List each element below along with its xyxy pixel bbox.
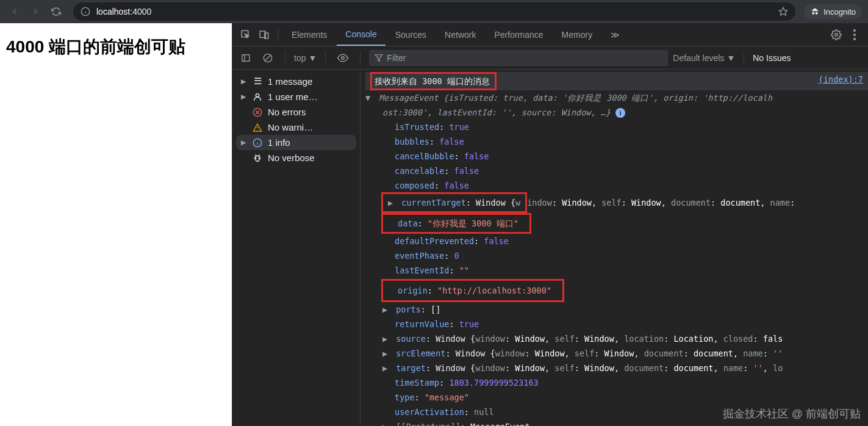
svg-marker-3 — [780, 7, 787, 15]
clear-console-icon[interactable] — [259, 49, 276, 67]
sidebar-item-messages[interactable]: ▶☰1 message — [232, 73, 360, 89]
sidebar-item-info[interactable]: ▶1 info — [236, 135, 356, 150]
filter-placeholder: Filter — [387, 53, 406, 63]
console-output: 接收到来自 3000 端口的消息 (index):7 ▼ MessageEven… — [360, 70, 868, 426]
inspect-icon[interactable] — [237, 26, 254, 43]
chevron-down-icon: ▼ — [308, 53, 317, 63]
context-selector[interactable]: top ▼ — [294, 53, 317, 63]
svg-point-10 — [853, 38, 856, 40]
live-expression-icon[interactable] — [334, 49, 351, 67]
svg-point-8 — [853, 29, 856, 32]
forward-button[interactable] — [27, 3, 44, 20]
tab-sources[interactable]: Sources — [387, 23, 435, 46]
svg-point-15 — [342, 56, 345, 59]
filter-input[interactable]: Filter — [369, 50, 668, 66]
chevron-down-icon: ▼ — [726, 53, 735, 63]
info-icon — [252, 138, 263, 148]
console-sidebar: ▶☰1 message ▶1 user me… No errors No war… — [232, 70, 360, 426]
devtools-panel: Elements Console Sources Network Perform… — [232, 23, 868, 426]
svg-line-14 — [265, 55, 270, 60]
sidebar-item-warnings[interactable]: No warni… — [232, 120, 360, 135]
svg-point-17 — [256, 93, 259, 96]
watermark: 掘金技术社区 @ 前端创可贴 — [723, 406, 861, 421]
svg-marker-16 — [375, 54, 382, 61]
error-icon — [252, 107, 263, 117]
reload-button[interactable] — [48, 3, 65, 20]
sidebar-toggle-icon[interactable] — [237, 49, 254, 67]
svg-rect-26 — [256, 156, 259, 161]
log-levels-selector[interactable]: Default levels ▼ — [673, 53, 735, 63]
source-link[interactable]: (index):7 — [819, 72, 863, 90]
svg-point-9 — [853, 34, 856, 36]
console-message-header[interactable]: 接收到来自 3000 端口的消息 (index):7 — [365, 72, 868, 90]
settings-icon[interactable] — [828, 26, 845, 43]
devtools-tabs: Elements Console Sources Network Perform… — [232, 23, 868, 46]
message-title: 接收到来自 3000 端口的消息 — [370, 72, 497, 90]
tab-more[interactable]: ≫ — [602, 23, 628, 46]
tab-memory[interactable]: Memory — [553, 23, 601, 46]
svg-point-7 — [835, 33, 838, 36]
back-button[interactable] — [6, 3, 23, 20]
console-toolbar: top ▼ Filter Default levels ▼ No Issues — [232, 46, 868, 70]
sidebar-item-errors[interactable]: No errors — [232, 104, 360, 120]
kebab-icon[interactable] — [846, 26, 863, 43]
page-viewport: 4000 端口的前端创可贴 — [0, 23, 232, 426]
svg-rect-11 — [242, 54, 249, 61]
issues-counter[interactable]: No Issues — [753, 53, 791, 63]
tab-console[interactable]: Console — [337, 23, 385, 46]
bookmark-star-icon[interactable] — [778, 7, 788, 16]
browser-toolbar: localhost:4000 Incognito — [0, 0, 868, 23]
tab-elements[interactable]: Elements — [283, 23, 335, 46]
tab-performance[interactable]: Performance — [486, 23, 551, 46]
incognito-badge: Incognito — [804, 4, 862, 19]
url-text: localhost:4000 — [96, 7, 151, 16]
incognito-label: Incognito — [823, 7, 856, 16]
filter-icon — [375, 54, 383, 62]
svg-line-31 — [255, 154, 256, 156]
url-bar[interactable]: localhost:4000 — [73, 2, 795, 21]
sidebar-item-user-messages[interactable]: ▶1 user me… — [232, 89, 360, 104]
page-title: 4000 端口的前端创可贴 — [6, 35, 226, 59]
bug-icon — [252, 153, 263, 163]
user-icon — [252, 92, 263, 102]
site-info-icon[interactable] — [81, 7, 90, 16]
device-toggle-icon[interactable] — [256, 26, 273, 43]
incognito-icon — [810, 7, 820, 16]
info-badge-icon[interactable]: i — [615, 108, 625, 118]
tab-network[interactable]: Network — [436, 23, 484, 46]
svg-line-32 — [259, 154, 260, 156]
list-icon: ☰ — [252, 76, 263, 87]
warning-icon — [252, 123, 263, 132]
sidebar-item-verbose[interactable]: No verbose — [232, 150, 360, 165]
